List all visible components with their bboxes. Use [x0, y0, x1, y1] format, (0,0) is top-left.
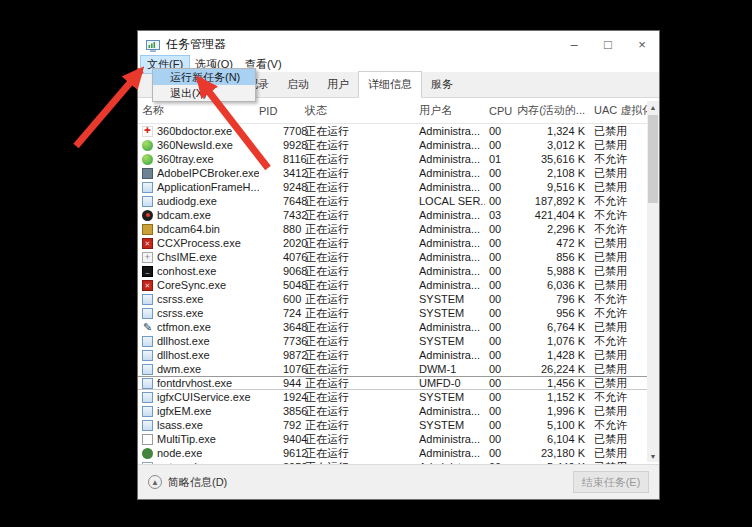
column-header-1[interactable]: PID — [259, 105, 305, 117]
win-blue-icon — [142, 420, 153, 431]
circle-green-icon — [142, 140, 153, 151]
process-name: conhost.exe — [157, 264, 216, 278]
tab-启动[interactable]: 启动 — [278, 72, 318, 97]
process-uac: 不允许 — [590, 334, 654, 348]
column-header-4[interactable]: CPU — [485, 105, 513, 117]
column-header-0[interactable]: 名称 — [138, 103, 259, 118]
process-uac: 不允许 — [590, 390, 654, 404]
process-uac: 已禁用 — [590, 348, 654, 362]
process-row[interactable]: igfxEM.exe3856正在运行Administra...001,996 K… — [138, 404, 659, 418]
process-row[interactable]: CCXProcess.exe2020正在运行Administra...00472… — [138, 236, 659, 250]
process-status: 正在运行 — [305, 138, 419, 152]
process-row[interactable]: lsass.exe792正在运行SYSTEM005,100 K不允许 — [138, 418, 659, 432]
process-memory: 6,036 K — [513, 278, 590, 292]
process-row[interactable]: AdobeIPCBroker.exe3412正在运行Administra...0… — [138, 166, 659, 180]
process-row[interactable]: fontdrvhost.exe944正在运行UMFD-0001,456 K已禁用 — [138, 376, 659, 390]
process-uac: 已禁用 — [590, 446, 654, 460]
process-memory: 2,108 K — [513, 166, 590, 180]
process-name: dwm.exe — [157, 362, 201, 376]
process-memory: 2,296 K — [513, 222, 590, 236]
process-name: fontdrvhost.exe — [157, 376, 232, 390]
process-uac: 已禁用 — [590, 320, 654, 334]
column-header-2[interactable]: 状态 — [305, 103, 419, 118]
end-task-button[interactable]: 结束任务(E) — [573, 471, 649, 493]
scrollbar-thumb[interactable] — [648, 115, 658, 203]
process-row[interactable]: audiodg.exe7648正在运行LOCAL SER...00187,892… — [138, 194, 659, 208]
process-memory: 796 K — [513, 292, 590, 306]
process-row[interactable]: dllhost.exe7736正在运行SYSTEM001,076 K不允许 — [138, 334, 659, 348]
tab-服务[interactable]: 服务 — [422, 72, 462, 97]
process-row[interactable]: bdcam64.bin880正在运行Administra...002,296 K… — [138, 222, 659, 236]
process-row[interactable]: conhost.exe9068正在运行Administra...005,988 … — [138, 264, 659, 278]
win-blue-icon — [142, 294, 153, 305]
process-row[interactable]: dwm.exe1076正在运行DWM-10026,224 K已禁用 — [138, 362, 659, 376]
process-uac: 已禁用 — [590, 124, 654, 138]
process-row[interactable]: dllhost.exe9872正在运行Administra...001,428 … — [138, 348, 659, 362]
process-cpu: 00 — [485, 418, 513, 432]
process-cpu: 00 — [485, 404, 513, 418]
process-name: 360NewsId.exe — [157, 138, 233, 152]
process-row[interactable]: CoreSync.exe5048正在运行Administra...006,036… — [138, 278, 659, 292]
process-cpu: 01 — [485, 152, 513, 166]
process-name: lsass.exe — [157, 418, 203, 432]
tab-用户[interactable]: 用户 — [318, 72, 358, 97]
process-status: 正在运行 — [305, 320, 419, 334]
process-row[interactable]: node.exe9612正在运行Administra...0023,180 K已… — [138, 446, 659, 460]
process-uac: 不允许 — [590, 194, 654, 208]
win-blue-icon — [142, 196, 153, 207]
maximize-button[interactable]: □ — [591, 31, 625, 57]
table-rows: 360bdoctor.exe7708正在运行Administra...001,3… — [138, 124, 659, 465]
fewer-details-label: 简略信息(D) — [168, 475, 227, 490]
process-status: 正在运行 — [305, 348, 419, 362]
file-menu-dropdown: 运行新任务(N)退出(X) — [152, 68, 256, 102]
process-cpu: 00 — [485, 292, 513, 306]
process-pid: 724 — [259, 306, 305, 320]
process-memory: 35,616 K — [513, 152, 590, 166]
chevron-up-icon: ▲ — [148, 475, 162, 489]
process-user: SYSTEM — [419, 334, 485, 348]
column-header-6[interactable]: UAC 虚拟化 — [590, 103, 654, 118]
scroll-down-icon[interactable]: ▼ — [647, 450, 659, 462]
close-button[interactable]: × — [625, 31, 659, 57]
process-name: 360bdoctor.exe — [157, 124, 232, 138]
file-menu-item-0[interactable]: 运行新任务(N) — [153, 69, 255, 85]
process-row[interactable]: 360bdoctor.exe7708正在运行Administra...001,3… — [138, 124, 659, 138]
process-row[interactable]: 360NewsId.exe9928正在运行Administra...003,01… — [138, 138, 659, 152]
process-cpu: 00 — [485, 432, 513, 446]
minimize-button[interactable]: – — [557, 31, 591, 57]
process-row[interactable]: 360tray.exe8116正在运行Administra...0135,616… — [138, 152, 659, 166]
process-pid: 9612 — [259, 446, 305, 460]
process-cpu: 00 — [485, 264, 513, 278]
process-row[interactable]: csrss.exe724正在运行SYSTEM00956 K不允许 — [138, 306, 659, 320]
scrollbar[interactable]: ▲ ▼ — [647, 101, 659, 462]
fewer-details-toggle[interactable]: ▲ 简略信息(D) — [148, 475, 227, 490]
process-row[interactable]: ChsIME.exe4076正在运行Administra...00856 K已禁… — [138, 250, 659, 264]
process-cpu: 00 — [485, 390, 513, 404]
process-row[interactable]: bdcam.exe7432正在运行Administra...03421,404 … — [138, 208, 659, 222]
status-bar: ▲ 简略信息(D) 结束任务(E) — [138, 464, 659, 499]
tab-详细信息[interactable]: 详细信息 — [358, 71, 422, 98]
process-cpu: 00 — [485, 236, 513, 250]
process-row[interactable]: igfxCUIService.exe1924正在运行SYSTEM001,152 … — [138, 390, 659, 404]
process-memory: 187,892 K — [513, 194, 590, 208]
process-row[interactable]: MultiTip.exe9404正在运行Administra...006,104… — [138, 432, 659, 446]
console-dark-icon — [142, 266, 153, 277]
column-header-5[interactable]: 内存(活动的... — [513, 103, 590, 118]
process-row[interactable]: ctfmon.exe3648正在运行Administra...006,764 K… — [138, 320, 659, 334]
square-gold-icon — [142, 224, 153, 235]
process-uac: 已禁用 — [590, 362, 654, 376]
plus-red-icon — [142, 126, 153, 137]
column-header-3[interactable]: 用户名 — [419, 103, 485, 118]
process-name: ChsIME.exe — [157, 250, 217, 264]
process-uac: 已禁用 — [590, 138, 654, 152]
process-user: Administra... — [419, 446, 485, 460]
file-menu-item-1[interactable]: 退出(X) — [153, 85, 255, 101]
process-status: 正在运行 — [305, 180, 419, 194]
process-uac: 已禁用 — [590, 404, 654, 418]
scroll-up-icon[interactable]: ▲ — [647, 101, 659, 113]
process-user: Administra... — [419, 166, 485, 180]
process-name: node.exe — [157, 446, 202, 460]
process-status: 正在运行 — [305, 264, 419, 278]
process-row[interactable]: csrss.exe600正在运行SYSTEM00796 K不允许 — [138, 292, 659, 306]
process-row[interactable]: ApplicationFrameH...9248正在运行Administra..… — [138, 180, 659, 194]
